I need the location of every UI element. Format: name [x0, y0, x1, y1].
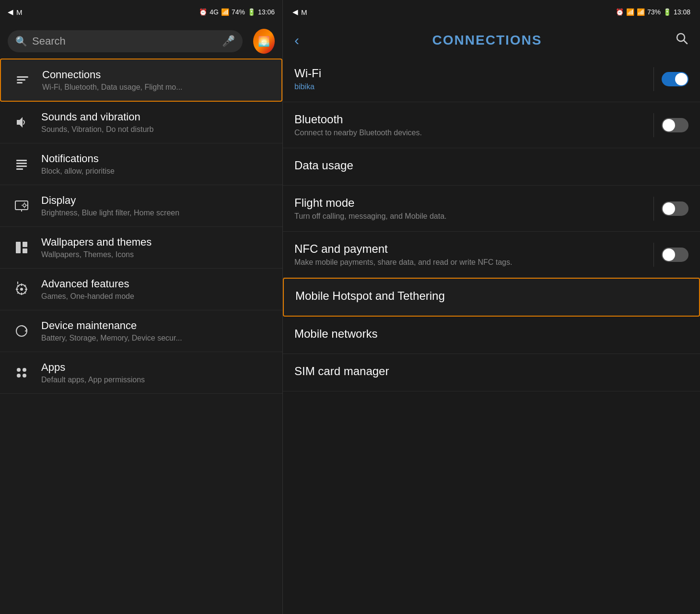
flightmode-divider [653, 197, 654, 221]
maintenance-title: Device maintenance [41, 319, 273, 332]
right-mail-icon: M [301, 8, 307, 16]
connections-list: Wi-Fi bibika Bluetooth Connect to nearby… [283, 56, 700, 614]
right-status-bar: ◀ M ⏰ 📶 📶 73% 🔋 13:08 [283, 0, 700, 24]
wallpapers-icon [10, 236, 34, 260]
wifi-right [653, 67, 688, 91]
bluetooth-toggle[interactable] [662, 118, 688, 132]
svg-rect-16 [23, 242, 27, 247]
svg-rect-15 [16, 242, 21, 253]
conn-item-datausage[interactable]: Data usage [283, 148, 700, 186]
bluetooth-divider [653, 113, 654, 137]
flightmode-toggle-knob [663, 202, 675, 215]
battery-icon: 🔋 [247, 8, 256, 16]
connections-text: Connections Wi-Fi, Bluetooth, Data usage… [42, 69, 272, 92]
notifications-title: Notifications [41, 153, 273, 165]
nfc-right [653, 243, 688, 267]
conn-item-mobilenetworks[interactable]: Mobile networks [283, 317, 700, 354]
mobilenetworks-title: Mobile networks [294, 327, 688, 341]
svg-point-31 [17, 368, 21, 372]
display-subtitle: Brightness, Blue light filter, Home scre… [41, 209, 273, 217]
right-wifi-icon: 📶 [626, 8, 634, 16]
svg-line-36 [684, 40, 687, 44]
battery-percent: 74% [232, 8, 245, 16]
hotspot-title: Mobile Hotspot and Tethering [295, 289, 688, 303]
mobilenetworks-text: Mobile networks [294, 327, 688, 343]
signal-bars-icon: 📶 [221, 8, 229, 16]
simcard-text: SIM card manager [294, 365, 688, 380]
connections-subtitle: Wi-Fi, Bluetooth, Data usage, Flight mo.… [42, 83, 272, 92]
nfc-toggle[interactable] [662, 248, 688, 262]
header-search-icon[interactable] [675, 32, 688, 48]
search-bar[interactable]: 🔍 Search 🎤 [8, 30, 243, 52]
wifi-title: Wi-Fi [294, 67, 653, 80]
svg-point-32 [23, 368, 26, 372]
display-title: Display [41, 194, 273, 207]
sounds-title: Sounds and vibration [41, 111, 273, 123]
left-status-right: ⏰ 4G 📶 74% 🔋 13:06 [199, 8, 275, 16]
connections-icon [11, 68, 35, 92]
simcard-title: SIM card manager [294, 365, 688, 378]
wallpapers-subtitle: Wallpapers, Themes, Icons [41, 250, 273, 259]
settings-item-notifications[interactable]: Notifications Block, allow, prioritise [0, 143, 282, 185]
search-bar-area: 🔍 Search 🎤 🌅 [0, 24, 282, 59]
wifi-divider [653, 67, 654, 91]
left-panel: ◀ M ⏰ 4G 📶 74% 🔋 13:06 🔍 Search 🎤 🌅 [0, 0, 283, 614]
settings-item-wallpapers[interactable]: Wallpapers and themes Wallpapers, Themes… [0, 227, 282, 269]
right-time-display: 13:08 [674, 8, 690, 16]
wifi-toggle-knob [675, 73, 688, 85]
flightmode-right [653, 197, 688, 221]
settings-item-display[interactable]: Display Brightness, Blue light filter, H… [0, 185, 282, 227]
wifi-toggle[interactable] [662, 72, 688, 86]
settings-item-connections[interactable]: Connections Wi-Fi, Bluetooth, Data usage… [0, 59, 282, 102]
conn-item-nfc[interactable]: NFC and payment Make mobile payments, sh… [283, 232, 700, 278]
conn-item-wifi[interactable]: Wi-Fi bibika [283, 56, 700, 102]
network-4g: 4G [210, 8, 219, 16]
svg-point-10 [23, 204, 26, 207]
signal-icon: ◀ [8, 8, 13, 16]
notifications-subtitle: Block, allow, prioritise [41, 167, 273, 176]
conn-item-bluetooth[interactable]: Bluetooth Connect to nearby Bluetooth de… [283, 102, 700, 148]
settings-item-maintenance[interactable]: Device maintenance Battery, Storage, Mem… [0, 310, 282, 352]
apps-title: Apps [41, 361, 273, 374]
advanced-text: Advanced features Games, One-handed mode [41, 278, 273, 301]
right-battery-percent: 73% [647, 8, 661, 16]
svg-rect-2 [17, 82, 23, 83]
datausage-title: Data usage [294, 159, 688, 172]
conn-item-flightmode[interactable]: Flight mode Turn off calling, messaging,… [283, 186, 700, 232]
bluetooth-right [653, 113, 688, 137]
svg-rect-0 [17, 76, 28, 78]
svg-rect-5 [16, 163, 27, 164]
sounds-subtitle: Sounds, Vibration, Do not disturb [41, 125, 273, 134]
apps-icon [10, 361, 34, 385]
conn-item-hotspot[interactable]: Mobile Hotspot and Tethering [283, 278, 700, 317]
right-signal-icon: ◀ [292, 8, 298, 16]
back-button[interactable]: ‹ [294, 32, 299, 48]
right-panel: ◀ M ⏰ 📶 📶 73% 🔋 13:08 ‹ CONNECTIONS Wi-F… [283, 0, 700, 614]
settings-item-apps[interactable]: Apps Default apps, App permissions [0, 352, 282, 394]
flightmode-toggle[interactable] [662, 201, 688, 216]
nfc-subtitle: Make mobile payments, share data, and re… [294, 258, 653, 267]
maintenance-subtitle: Battery, Storage, Memory, Device secur..… [41, 334, 273, 342]
maintenance-text: Device maintenance Battery, Storage, Mem… [41, 319, 273, 342]
avatar[interactable]: 🌅 [253, 29, 275, 54]
conn-item-simcard[interactable]: SIM card manager [283, 354, 700, 391]
right-alarm-icon: ⏰ [616, 8, 624, 16]
wifi-subtitle: bibika [294, 83, 653, 91]
settings-item-sounds[interactable]: Sounds and vibration Sounds, Vibration, … [0, 102, 282, 143]
search-placeholder: Search [32, 35, 217, 47]
nfc-toggle-knob [663, 248, 675, 261]
nfc-title: NFC and payment [294, 242, 653, 256]
wallpapers-title: Wallpapers and themes [41, 236, 273, 248]
nfc-text: NFC and payment Make mobile payments, sh… [294, 242, 653, 267]
connections-page-title: CONNECTIONS [299, 33, 675, 48]
right-status-right: ⏰ 📶 📶 73% 🔋 13:08 [616, 8, 690, 16]
search-icon: 🔍 [15, 35, 27, 47]
right-signal-bars: 📶 [637, 8, 645, 16]
microphone-icon[interactable]: 🎤 [222, 35, 235, 47]
svg-marker-3 [17, 117, 23, 128]
settings-item-advanced[interactable]: + Advanced features Games, One-handed mo… [0, 269, 282, 310]
svg-point-19 [20, 288, 23, 291]
right-status-left: ◀ M [292, 8, 307, 16]
bluetooth-toggle-knob [663, 119, 675, 131]
notifications-text: Notifications Block, allow, prioritise [41, 153, 273, 176]
